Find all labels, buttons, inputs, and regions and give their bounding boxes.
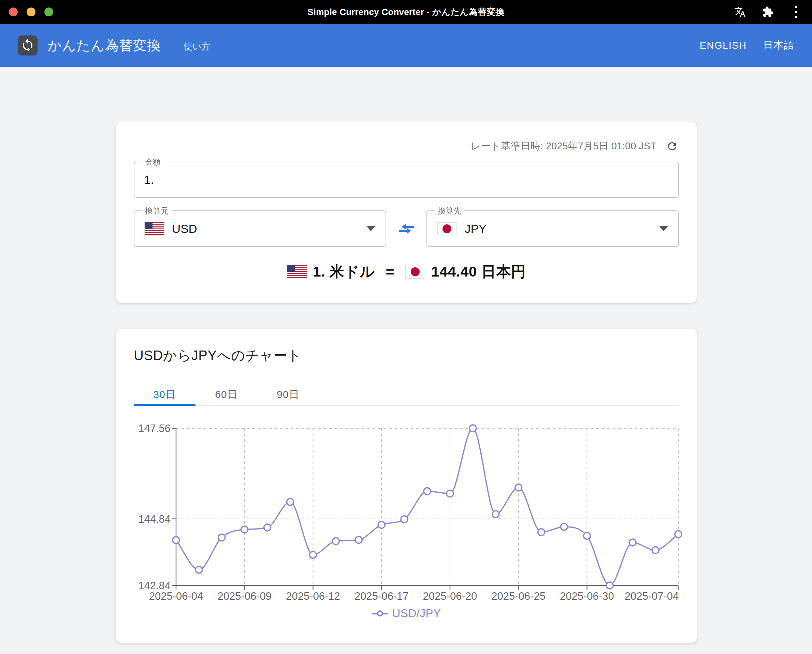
close-window-button[interactable] xyxy=(9,8,18,16)
x-axis-label: 2025-06-04 xyxy=(149,590,203,602)
y-axis-label: 142.84 xyxy=(138,580,171,591)
chart-title: USDからJPYへのチャート xyxy=(134,346,679,365)
to-currency-select[interactable]: 換算先 JPY xyxy=(426,210,679,247)
chart-data-point xyxy=(355,536,362,543)
legend-line-icon xyxy=(372,610,388,617)
swap-arrows-icon xyxy=(397,221,415,237)
x-axis-label: 2025-06-20 xyxy=(423,590,477,602)
converter-card: レート基準日時: 2025年7月5日 01:00 JST 金額 換算元 USD … xyxy=(116,122,697,303)
app-header: かんたん為替変換 使い方 ENGLISH 日本語 xyxy=(0,24,812,67)
lang-english-button[interactable]: ENGLISH xyxy=(700,40,747,51)
chart-data-point xyxy=(264,524,271,531)
chart-data-point xyxy=(401,516,408,523)
result-equals-sign: = xyxy=(386,264,394,280)
chart-data-point xyxy=(606,582,613,589)
amount-label: 金額 xyxy=(142,157,164,167)
chart-data-point xyxy=(584,532,590,539)
x-axis-label: 2025-06-30 xyxy=(560,590,614,602)
refresh-rate-button[interactable] xyxy=(665,139,679,153)
amount-field: 金額 xyxy=(134,162,679,198)
chart-line xyxy=(176,428,678,585)
period-tabs: 30日 60日 90日 xyxy=(134,384,679,406)
tab-90-days[interactable]: 90日 xyxy=(257,384,319,405)
window-titlebar: Simple Currency Converter - かんたん為替変換 xyxy=(0,0,812,24)
to-currency-value: JPY xyxy=(465,222,487,235)
chart-data-point xyxy=(561,523,567,530)
rate-line-chart: 147.56144.84142.842025-06-042025-06-0920… xyxy=(134,415,679,605)
from-currency-value: USD xyxy=(172,222,197,235)
extensions-icon[interactable] xyxy=(761,5,774,18)
amount-input[interactable] xyxy=(135,162,678,197)
us-flag-icon xyxy=(287,265,307,278)
chart-data-point xyxy=(287,498,294,505)
window-controls xyxy=(9,8,53,16)
chart-data-point xyxy=(309,552,316,558)
chart-data-point xyxy=(515,484,522,491)
legend-label: USD/JPY xyxy=(392,607,441,620)
us-flag-icon xyxy=(145,222,164,235)
result-from-text: 1. 米ドル xyxy=(313,262,375,282)
conversion-result: 1. 米ドル = 144.40 日本円 xyxy=(134,262,679,282)
translate-icon[interactable] xyxy=(734,5,746,18)
chart-data-point xyxy=(332,538,339,544)
window-title: Simple Currency Converter - かんたん為替変換 xyxy=(0,6,812,18)
x-axis-label: 2025-07-04 xyxy=(625,590,679,602)
y-axis-label: 147.56 xyxy=(138,422,171,434)
y-axis-label: 144.84 xyxy=(138,513,171,525)
chevron-down-icon xyxy=(366,226,375,231)
chevron-down-icon xyxy=(659,226,668,231)
chart-data-point xyxy=(447,490,453,497)
chart-data-point xyxy=(675,531,682,538)
chart-data-point xyxy=(173,537,179,544)
chart-data-point xyxy=(538,529,545,536)
zoom-window-button[interactable] xyxy=(44,8,53,16)
x-axis-label: 2025-06-09 xyxy=(218,590,271,602)
jp-flag-icon xyxy=(405,265,425,278)
browser-menu-icon[interactable] xyxy=(789,5,803,18)
chart-data-point xyxy=(629,539,636,546)
chart-data-point xyxy=(424,488,431,495)
swap-currencies-button[interactable] xyxy=(386,221,426,237)
app-logo-icon xyxy=(18,35,38,55)
chart-data-point xyxy=(218,534,225,541)
x-axis-label: 2025-06-25 xyxy=(491,590,545,602)
tab-30-days[interactable]: 30日 xyxy=(134,384,196,405)
chart-data-point xyxy=(241,526,248,533)
tab-60-days[interactable]: 60日 xyxy=(196,384,257,405)
to-currency-label: 換算先 xyxy=(435,206,464,216)
x-axis-label: 2025-06-17 xyxy=(354,590,409,602)
chart-data-point xyxy=(378,521,385,528)
x-axis-label: 2025-06-12 xyxy=(286,590,340,602)
from-currency-label: 換算元 xyxy=(142,206,172,216)
chart-card: USDからJPYへのチャート 30日 60日 90日 147.56144.841… xyxy=(116,329,697,643)
minimize-window-button[interactable] xyxy=(27,8,35,16)
chart-data-point xyxy=(196,566,202,573)
app-title: かんたん為替変換 xyxy=(48,36,161,55)
chart-data-point xyxy=(469,425,476,432)
lang-japanese-button[interactable]: 日本語 xyxy=(763,38,795,52)
chart-data-point xyxy=(652,547,659,553)
from-currency-select[interactable]: 換算元 USD xyxy=(134,210,386,247)
rate-timestamp: レート基準日時: 2025年7月5日 01:00 JST xyxy=(471,139,657,153)
result-to-text: 144.40 日本円 xyxy=(431,262,526,282)
nav-usage-link[interactable]: 使い方 xyxy=(184,38,210,52)
jp-flag-icon xyxy=(437,222,457,235)
refresh-icon xyxy=(666,140,678,153)
chart-data-point xyxy=(492,511,499,518)
chart-legend: USD/JPY xyxy=(134,607,679,620)
